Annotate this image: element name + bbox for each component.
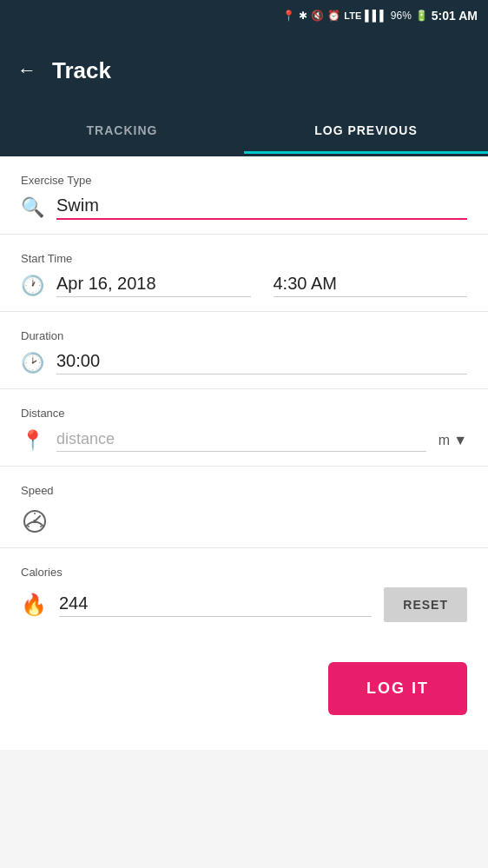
- duration-clock-icon: 🕑: [21, 352, 44, 374]
- calories-label: Calories: [21, 566, 467, 579]
- location-pin-icon: 📍: [21, 429, 44, 452]
- dropdown-arrow-icon: ▼: [453, 433, 467, 448]
- calories-input[interactable]: [59, 593, 372, 617]
- duration-input-row: 🕑: [21, 351, 467, 374]
- exercise-type-label: Exercise Type: [21, 174, 467, 187]
- status-bar: 📍 ✱ 🔇 ⏰ LTE ▌▌▌ 96% 🔋 5:01 AM: [0, 0, 488, 31]
- distance-input[interactable]: [56, 428, 426, 452]
- start-time-section: Start Time 🕐: [0, 235, 488, 312]
- app-header: ← Track: [0, 31, 488, 109]
- flame-icon: 🔥: [21, 593, 47, 617]
- calories-section: Calories 🔥 RESET: [0, 548, 488, 636]
- lte-icon: LTE: [344, 10, 361, 21]
- status-icons: 📍 ✱ 🔇 ⏰ LTE ▌▌▌ 96% 🔋 5:01 AM: [282, 9, 478, 23]
- mute-icon: 🔇: [311, 10, 324, 22]
- calories-input-row: 🔥 RESET: [21, 587, 467, 622]
- start-time-input-row: 🕐: [21, 274, 467, 297]
- tab-bar: TRACKING LOG PREVIOUS: [0, 109, 488, 156]
- alarm-icon: ⏰: [327, 10, 340, 22]
- battery-icon: 🔋: [415, 10, 428, 22]
- tab-tracking[interactable]: TRACKING: [0, 109, 244, 154]
- signal-icon: ▌▌▌: [365, 10, 387, 22]
- location-icon: 📍: [282, 10, 295, 22]
- bluetooth-icon: ✱: [299, 10, 307, 22]
- tab-log-previous[interactable]: LOG PREVIOUS: [244, 109, 488, 154]
- clock-icon: 🕐: [21, 275, 44, 297]
- reset-button[interactable]: RESET: [384, 587, 467, 622]
- exercise-type-input-row: 🔍: [21, 195, 467, 220]
- unit-label: m: [439, 433, 450, 448]
- time-display: 5:01 AM: [432, 9, 478, 23]
- bottom-action-area: LOG IT: [0, 636, 488, 750]
- svg-point-2: [33, 520, 36, 523]
- speed-label: Speed: [21, 484, 467, 497]
- duration-section: Duration 🕑: [0, 312, 488, 389]
- start-date-input[interactable]: [56, 274, 251, 297]
- speedometer-icon: [21, 506, 49, 533]
- exercise-type-input[interactable]: [56, 195, 467, 220]
- search-icon: 🔍: [21, 196, 44, 219]
- distance-section: Distance 📍 m ▼: [0, 389, 488, 467]
- form-content: Exercise Type 🔍 Start Time 🕐 Duration 🕑 …: [0, 156, 488, 636]
- duration-label: Duration: [21, 329, 467, 342]
- exercise-type-section: Exercise Type 🔍: [0, 156, 488, 235]
- page-title: Track: [52, 57, 111, 84]
- back-button[interactable]: ←: [17, 59, 36, 82]
- log-it-button[interactable]: LOG IT: [328, 662, 467, 715]
- unit-selector[interactable]: m ▼: [439, 433, 467, 448]
- start-time-input[interactable]: [274, 274, 468, 297]
- duration-input[interactable]: [56, 351, 467, 374]
- distance-input-row: 📍 m ▼: [21, 428, 467, 452]
- distance-label: Distance: [21, 407, 467, 420]
- start-time-label: Start Time: [21, 252, 467, 265]
- battery-label: 96%: [391, 10, 412, 22]
- speed-section: Speed: [0, 467, 488, 548]
- speed-input-row: [21, 506, 467, 533]
